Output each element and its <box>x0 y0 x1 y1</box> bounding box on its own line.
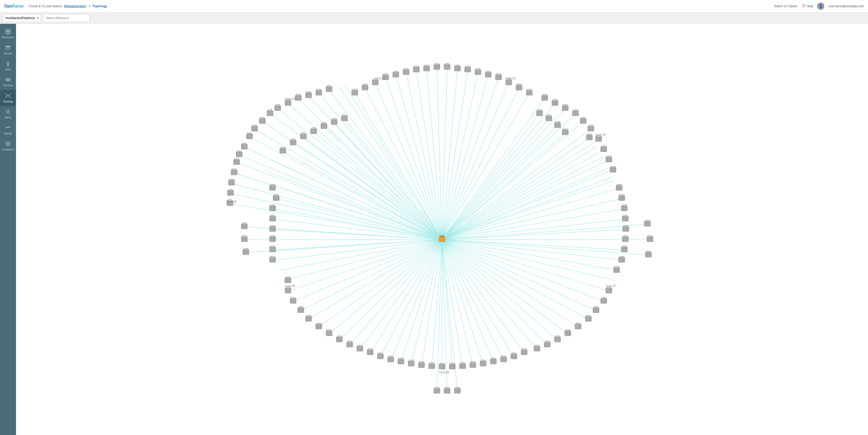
svg-rect-165 <box>414 66 418 67</box>
svg-rect-290 <box>644 221 650 226</box>
svg-rect-331 <box>440 363 444 365</box>
svg-rect-221 <box>229 179 234 180</box>
svg-rect-268 <box>610 167 616 173</box>
svg-rect-357 <box>337 336 342 337</box>
nav-cloud[interactable]: Cloud & CLoud Native <box>29 4 62 8</box>
help-label: Help <box>807 4 813 8</box>
svg-point-22 <box>7 111 9 113</box>
svg-rect-258 <box>580 118 586 124</box>
svg-rect-372 <box>300 134 306 139</box>
svg-rect-171 <box>445 63 449 65</box>
sort-arrows-icon: ⇅ <box>37 17 39 20</box>
svg-rect-328 <box>449 364 456 369</box>
svg-rect-316 <box>511 354 517 359</box>
svg-rect-356 <box>336 337 343 342</box>
svg-rect-391 <box>563 128 567 130</box>
svg-rect-195 <box>296 94 301 96</box>
svg-rect-260 <box>588 126 594 132</box>
svg-rect-254 <box>562 106 568 111</box>
switch-classic-button[interactable]: Switch to Classic <box>774 4 798 8</box>
svg-rect-208 <box>252 126 258 132</box>
svg-rect-240 <box>270 226 276 231</box>
svg-rect-264 <box>601 147 607 152</box>
svg-rect-379 <box>322 123 326 124</box>
svg-rect-162 <box>403 69 409 75</box>
hostname-label: HostName/IPAddress <box>5 16 35 20</box>
svg-rect-378 <box>321 124 327 129</box>
svg-rect-201 <box>327 86 331 87</box>
svg-rect-253 <box>553 99 557 101</box>
svg-rect-368 <box>285 288 291 293</box>
avatar[interactable]: 👤 <box>817 3 824 10</box>
svg-rect-366 <box>290 298 296 303</box>
svg-rect-308 <box>554 337 561 342</box>
svg-rect-332 <box>429 364 435 369</box>
svg-rect-300 <box>593 308 599 313</box>
svg-rect-167 <box>425 65 429 66</box>
svg-rect-213 <box>242 143 246 145</box>
sidebar-item-activity[interactable]: Activity <box>0 122 16 138</box>
svg-rect-282 <box>622 237 628 242</box>
svg-rect-178 <box>485 72 491 77</box>
sidebar-item-sites[interactable]: Sites <box>0 58 16 74</box>
sidebar-item-topology[interactable]: Topology <box>0 90 16 106</box>
svg-rect-251 <box>543 94 547 96</box>
svg-rect-279 <box>623 215 627 216</box>
svg-rect-209 <box>253 125 257 127</box>
svg-rect-338 <box>398 359 404 364</box>
svg-rect-310 <box>544 342 551 347</box>
resource-input[interactable] <box>43 14 90 22</box>
sidebar-item-maint[interactable]: Maint <box>0 106 16 122</box>
svg-rect-320 <box>490 359 497 364</box>
svg-rect-348 <box>434 388 440 394</box>
svg-point-6 <box>7 62 9 64</box>
svg-rect-384 <box>536 111 543 116</box>
svg-rect-358 <box>326 331 332 336</box>
svg-rect-305 <box>576 323 580 325</box>
nav-infrastructure[interactable]: Infrastructure <box>64 4 86 8</box>
sidebar-item-services[interactable]: Services <box>0 74 16 90</box>
svg-rect-182 <box>505 80 512 85</box>
svg-rect-180 <box>495 75 502 80</box>
svg-rect-286 <box>619 257 625 262</box>
svg-rect-237 <box>271 205 275 206</box>
svg-rect-170 <box>444 64 450 69</box>
svg-line-20 <box>7 96 8 97</box>
sidebar-item-containers[interactable]: Containers <box>0 138 16 154</box>
help-button[interactable]: ❓ Help <box>802 4 813 8</box>
svg-rect-184 <box>362 85 368 90</box>
hostname-select[interactable]: HostName/IPAddress ⇅ <box>3 14 41 22</box>
topology-canvas[interactable]: host-01 host-02 host-03 host-04 host-05 … <box>16 24 868 435</box>
svg-rect-156 <box>372 80 378 85</box>
svg-rect-375 <box>291 139 295 140</box>
svg-rect-214 <box>236 152 242 157</box>
nav-infrastructure-dropdown[interactable]: Infrastructure ▾ <box>64 4 90 8</box>
nav-topology[interactable]: Topology <box>92 4 107 8</box>
containers-icon <box>5 141 10 147</box>
svg-rect-155 <box>440 236 444 237</box>
chevron-down-icon: ▾ <box>89 5 90 7</box>
svg-rect-337 <box>409 360 413 361</box>
svg-rect-239 <box>271 215 275 216</box>
svg-rect-196 <box>305 93 312 98</box>
svg-line-19 <box>8 95 9 96</box>
svg-rect-185 <box>363 84 367 86</box>
svg-text:host-03: host-03 <box>285 97 295 100</box>
topology-svg: host-01 host-02 host-03 host-04 host-05 … <box>16 24 868 435</box>
svg-rect-382 <box>341 116 347 121</box>
svg-rect-292 <box>647 237 653 242</box>
sidebar-item-resources[interactable]: Resources <box>0 26 16 42</box>
svg-rect-291 <box>645 220 649 222</box>
svg-rect-2 <box>6 32 8 34</box>
svg-rect-154 <box>439 237 445 242</box>
sidebar-item-groups[interactable]: Groups <box>0 42 16 58</box>
svg-point-13 <box>7 95 8 96</box>
svg-rect-232 <box>270 185 276 190</box>
svg-rect-236 <box>270 206 276 211</box>
svg-rect-223 <box>228 189 232 191</box>
svg-rect-317 <box>512 353 516 354</box>
svg-rect-205 <box>268 110 272 111</box>
svg-rect-335 <box>420 361 424 363</box>
svg-rect-299 <box>602 297 606 299</box>
svg-rect-249 <box>286 277 290 278</box>
